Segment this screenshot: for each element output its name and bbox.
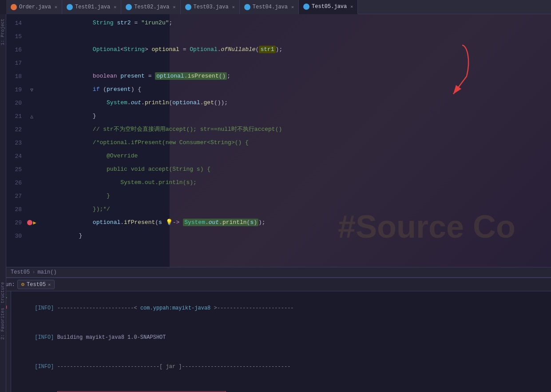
favorites-label: 2: Favorites [0,308,5,340]
console-line-4: [INFO] [16,381,547,392]
tab-test04-java[interactable]: Test04.java ✕ [240,0,299,14]
close-order-tab[interactable]: ✕ [55,4,57,10]
console-line-3: [INFO] --------------------------------[… [16,352,547,381]
code-line-30: 30 } [6,229,551,243]
breadcrumb-bar: Test05 › main() [6,267,551,278]
tab-test03-java[interactable]: Test03.java ✕ [181,0,240,14]
console-line-2: [INFO] Building mayikt-java8 1.0-SNAPSHO… [16,323,547,352]
code-line-16: 16 Optional<String> optional = Optional.… [6,43,551,56]
console-tab-gear-icon: ⚙ [21,281,24,288]
close-test03-tab[interactable]: ✕ [232,4,235,10]
order-tab-icon [11,4,17,10]
fold-icon-19[interactable]: ▽ [30,87,33,93]
test04-tab-icon [244,4,250,10]
console-tab-test05[interactable]: ⚙ Test05 ✕ [17,280,55,289]
tab-test01-java[interactable]: Test01.java ✕ [62,0,121,14]
test02-tab-icon [126,4,132,10]
close-test04-tab[interactable]: ✕ [291,4,294,10]
fold-icon-21[interactable]: △ [30,114,33,119]
test03-tab-icon [185,4,191,10]
editor-area: 14 String str2 = "irun2u"; 15 16 Optiona… [6,14,551,271]
code-line-14: 14 String str2 = "irun2u"; [6,16,551,30]
breadcrumb-file: Test05 [11,269,30,275]
execution-arrow: ▶ [33,220,36,226]
close-test02-tab[interactable]: ✕ [173,4,176,10]
tab-test05-java[interactable]: Test05.java ✕ [299,0,358,14]
favorites-panel: 2: Favorites [0,303,6,392]
console-area: Run: ⚙ Test05 ✕ ▶ ■ ⬇ ⬆ [INFO] ---------… [0,278,551,392]
tab-test02-java[interactable]: Test02.java ✕ [121,0,180,14]
console-output: [INFO] ------------------------< com.ypp… [11,291,551,392]
project-label: 1: Project [0,19,5,45]
tab-bar: Order.java ✕ Test01.java ✕ Test02.java ✕… [6,0,551,14]
close-test05-tab[interactable]: ✕ [350,4,353,9]
close-console-tab[interactable]: ✕ [48,282,51,287]
tab-order-java[interactable]: Order.java ✕ [6,0,62,14]
test01-tab-icon [67,4,73,10]
console-line-1: [INFO] ------------------------< com.ypp… [16,294,547,323]
console-tab-name: Test05 [27,282,46,288]
console-tab-bar: Run: ⚙ Test05 ✕ [0,278,551,291]
test05-tab-icon [303,4,309,10]
close-test01-tab[interactable]: ✕ [114,4,116,10]
code-container: 14 String str2 = "irun2u"; 15 16 Optiona… [6,14,551,271]
breadcrumb-separator: › [32,269,35,275]
code-line-29: 29 ▶ optional.ifPresent(s 💡-> System.out… [6,216,551,229]
breakpoint-29[interactable] [27,220,32,225]
breadcrumb-method: main() [37,269,56,275]
